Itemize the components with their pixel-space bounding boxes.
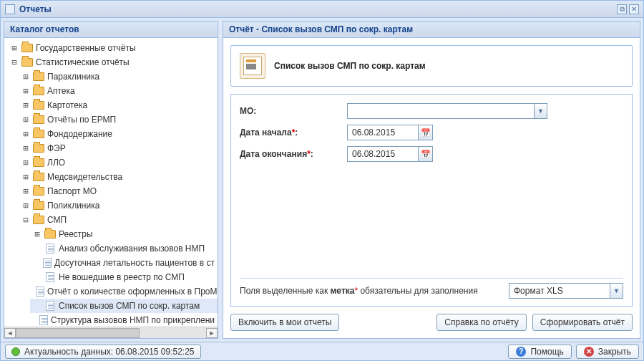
folder-icon (33, 101, 44, 110)
expand-icon[interactable]: ⊞ (21, 186, 30, 196)
window: Отчеты ⧉ ✕ Каталог отчетов ⊞ Государстве… (0, 0, 644, 361)
folder-icon (33, 187, 44, 196)
tree-node-apteka[interactable]: ⊞Аптека (19, 84, 218, 98)
file-icon (39, 315, 48, 325)
tree-node-smp[interactable]: ⊟СМП (19, 213, 218, 227)
catalog-title: Каталог отчетов (4, 21, 218, 38)
chevron-down-icon[interactable]: ▼ (610, 284, 623, 298)
report-form: МО: ▼ Дата начала*: 06.08.2015 📅 (230, 94, 633, 307)
status-ok-icon (11, 347, 20, 356)
tree-node-stat[interactable]: ⊟ Статистические отчёты (7, 55, 218, 69)
folder-icon (33, 130, 44, 138)
include-button[interactable]: Включить в мои отчеты (230, 314, 339, 331)
close-button[interactable]: ✕ Закрыть (576, 345, 639, 359)
report-icon (240, 53, 265, 79)
action-bar: Включить в мои отчеты Справка по отчёту … (230, 314, 633, 331)
report-panel: Отчёт - Список вызов СМП по сокр. картам… (223, 21, 640, 339)
expand-icon[interactable]: ⊞ (21, 86, 30, 96)
collapse-icon[interactable]: ⊟ (10, 57, 19, 67)
date-end-input[interactable]: 06.08.2015 📅 (347, 146, 433, 162)
tree-node-reestry[interactable]: ⊞Реестры (30, 227, 218, 241)
date-start-label: Дата начала*: (240, 127, 347, 138)
tree-node-llo[interactable]: ⊞ЛЛО (19, 155, 218, 170)
tree-node-poliklinika[interactable]: ⊞Поликлиника (19, 198, 218, 213)
chevron-down-icon[interactable]: ▼ (534, 104, 547, 118)
expand-icon[interactable]: ⊞ (21, 143, 30, 153)
window-titlebar: Отчеты ⧉ ✕ (1, 1, 643, 18)
tree-node-dosut[interactable]: Досуточная летальность пациентов в ст (30, 256, 218, 270)
tree-node-fer[interactable]: ⊞ФЭР (19, 141, 218, 155)
tree-node-pasport[interactable]: ⊞Паспорт МО (19, 184, 218, 198)
folder-icon (33, 144, 44, 153)
expand-icon[interactable]: ⊞ (21, 115, 30, 125)
expand-icon[interactable]: ⊞ (21, 158, 30, 168)
help-button[interactable]: ? Помощь (508, 345, 571, 359)
window-title: Отчеты (19, 4, 617, 14)
generate-button[interactable]: Сформировать отчёт (532, 314, 633, 331)
report-panel-title: Отчёт - Список вызов СМП по сокр. картам (223, 21, 640, 38)
report-header: Список вызов СМП по сокр. картам (230, 45, 633, 87)
tree-node-gov[interactable]: ⊞ Государственные отчёты (7, 41, 218, 55)
freshness-badge: Актуальность данных: 06.08.2015 09:52:25 (5, 345, 201, 359)
folder-icon (33, 87, 44, 95)
calendar-icon[interactable]: 📅 (418, 147, 432, 161)
tree-node-ermp[interactable]: ⊞Отчёты по ЕРМП (19, 112, 218, 127)
mo-combo[interactable]: ▼ (347, 103, 547, 119)
status-bar: Актуальность данных: 06.08.2015 09:52:25… (1, 342, 643, 360)
app-icon (5, 4, 15, 14)
restore-icon[interactable]: ⧉ (617, 4, 627, 14)
folder-icon (33, 115, 44, 124)
tree-node-nevosh[interactable]: Не вошедшие в реестр по СМП (30, 270, 218, 284)
required-note: Поля выделенные как метка* обязательны д… (240, 286, 503, 296)
tree-node-spisok[interactable]: Список вызов СМП по сокр. картам (30, 299, 218, 313)
scroll-left-icon[interactable]: ◄ (4, 328, 16, 338)
expand-icon[interactable]: ⊞ (21, 201, 30, 211)
folder-icon (21, 44, 33, 52)
catalog-tree[interactable]: ⊞ Государственные отчёты ⊟ Статистически… (4, 38, 218, 327)
date-end-value: 06.08.2015 (348, 149, 418, 159)
date-start-input[interactable]: 06.08.2015 📅 (347, 125, 433, 140)
collapse-icon[interactable]: ⊟ (21, 215, 30, 225)
file-icon (43, 258, 52, 268)
file-icon (36, 287, 44, 297)
report-title: Список вызов СМП по сокр. картам (274, 61, 426, 71)
help-icon: ? (516, 347, 526, 357)
format-value: Формат XLS (509, 284, 610, 298)
date-end-label: Дата окончания*: (240, 149, 347, 159)
expand-icon[interactable]: ⊞ (33, 229, 42, 239)
file-icon (46, 301, 54, 311)
expand-icon[interactable]: ⊞ (10, 43, 19, 53)
expand-icon[interactable]: ⊞ (21, 172, 30, 182)
horizontal-scrollbar[interactable]: ◄ ► (4, 327, 218, 338)
file-icon (46, 244, 54, 254)
scroll-right-icon[interactable]: ► (206, 328, 218, 338)
tree-node-struct-nmp[interactable]: Структура вызовов НМП по прикреплени (30, 313, 218, 327)
folder-icon (33, 72, 44, 81)
tree-node-kartoteka[interactable]: ⊞Картотека (19, 98, 218, 112)
catalog-panel: Каталог отчетов ⊞ Государственные отчёты… (4, 21, 218, 339)
folder-icon (33, 216, 44, 224)
folder-icon (21, 58, 33, 67)
close-icon: ✕ (584, 347, 594, 357)
tree-node-medsvid[interactable]: ⊞Медсвидетельства (19, 170, 218, 184)
folder-icon (44, 230, 56, 239)
expand-icon[interactable]: ⊞ (21, 100, 30, 110)
folder-icon (33, 158, 44, 167)
date-start-value: 06.08.2015 (348, 127, 418, 138)
tree-node-paraklinika[interactable]: ⊞Параклиника (19, 69, 218, 84)
scroll-thumb[interactable] (16, 328, 140, 338)
report-help-button[interactable]: Справка по отчёту (436, 314, 526, 331)
scroll-track[interactable] (16, 328, 206, 338)
folder-icon (33, 201, 44, 210)
expand-icon[interactable]: ⊞ (21, 129, 30, 139)
freshness-text: Актуальность данных: 06.08.2015 09:52:25 (24, 347, 195, 357)
tree-node-otchet-kol[interactable]: Отчёт о количестве оформленных в ПроМ (30, 284, 218, 299)
format-combo[interactable]: Формат XLS ▼ (509, 283, 623, 299)
tree-node-analiz[interactable]: Анализ обслуживания вызовов НМП (30, 241, 218, 256)
tree-node-fond[interactable]: ⊞Фондодержание (19, 127, 218, 141)
note-row: Поля выделенные как метка* обязательны д… (240, 278, 623, 299)
calendar-icon[interactable]: 📅 (418, 125, 432, 140)
folder-icon (33, 173, 44, 181)
close-icon[interactable]: ✕ (629, 4, 639, 14)
expand-icon[interactable]: ⊞ (21, 72, 30, 82)
